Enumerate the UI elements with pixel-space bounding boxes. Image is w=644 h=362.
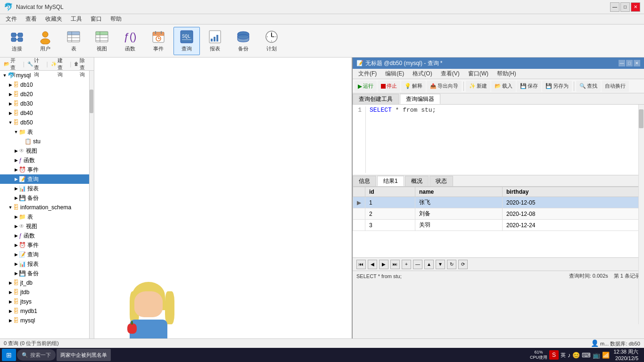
cpu-indicator[interactable]: 61% CPU使用 [530, 350, 547, 361]
toolbar-function[interactable]: ƒ() 函数 [117, 27, 143, 55]
nav-add[interactable]: + [402, 260, 411, 269]
menu-file[interactable]: 文件 [2, 14, 21, 24]
tab-query-editor[interactable]: 查询编辑器 [400, 94, 440, 104]
toolbar-user[interactable]: 用户 [32, 27, 58, 55]
qw-close[interactable]: ✕ [634, 60, 640, 66]
sql-editor[interactable]: 1 SELECT * from stu; [353, 105, 644, 175]
tree-item-db30[interactable]: ▶ 🗄 db30 [0, 99, 94, 108]
close-button[interactable]: ✕ [631, 2, 640, 12]
tree-item-is-events[interactable]: ▶ ⏰ 事件 [0, 240, 94, 250]
toolbar-connect[interactable]: 连接 [4, 27, 30, 55]
save-as-button[interactable]: 💾 另存为 [542, 81, 572, 92]
tree-item-is-views[interactable]: ▶ 👁 视图 [0, 222, 94, 231]
menu-tools[interactable]: 工具 [67, 14, 86, 24]
start-button[interactable]: ⊞ [2, 349, 16, 361]
tree-item-reports[interactable]: ▶ 📊 报表 [0, 184, 94, 193]
tree-item-is-backups[interactable]: ▶ 💾 备份 [0, 269, 94, 278]
qw-maximize[interactable]: □ [626, 60, 633, 66]
qw-scrollbar[interactable] [638, 105, 644, 324]
save-button[interactable]: 💾 保存 [517, 81, 541, 92]
tree-item-db50[interactable]: ▼ 🗄 db50 [0, 118, 94, 127]
system-clock[interactable]: 12:38 周六 2020/12/5 [611, 348, 640, 362]
sql-code[interactable]: SELECT * from stu; [370, 107, 436, 173]
tree-item-mydb1[interactable]: ▶ 🗄 mydb1 [0, 306, 94, 316]
maximize-button[interactable]: □ [620, 2, 630, 12]
menu-window[interactable]: 窗口 [87, 14, 106, 24]
nav-up[interactable]: ▲ [424, 260, 434, 269]
tree-item-jtsys[interactable]: ▶ 🗄 jtsys [0, 297, 94, 306]
toolbar-backup[interactable]: 备份 [230, 27, 256, 55]
nav-prev[interactable]: ◀ [368, 260, 377, 269]
qw-menu-window[interactable]: 窗口(W) [464, 69, 492, 79]
nav-delete[interactable]: — [413, 260, 422, 269]
export-button[interactable]: 📤 导出向导 [427, 81, 462, 92]
keyboard-icon[interactable]: ⌨ [582, 352, 591, 359]
taskbar-search[interactable]: 🔍 搜索一下 [17, 349, 56, 361]
tree-item-info-schema[interactable]: ▼ 🗄 information_schema [0, 203, 94, 212]
tree-item-mysql[interactable]: ▼ 🐬 mysql [0, 71, 94, 80]
auto-wrap-button[interactable]: 自动换行 [602, 81, 629, 92]
qw-menu-help[interactable]: 帮助(H) [493, 69, 520, 79]
tree-item-tables[interactable]: ▼ 📁 表 [0, 127, 94, 137]
table-row[interactable]: 3 关羽 2020-12-24 [353, 220, 644, 231]
col-name[interactable]: name [415, 187, 502, 197]
result-tab-info[interactable]: 信息 [353, 176, 376, 186]
nav-refresh[interactable]: ↻ [447, 260, 456, 269]
toolbar-query[interactable]: SQL 查询 [173, 27, 200, 55]
nav-down[interactable]: ▼ [436, 260, 445, 269]
nav-first[interactable]: ⏮ [356, 260, 366, 269]
qw-menu-view[interactable]: 查看(V) [437, 69, 463, 79]
tree-item-is-reports[interactable]: ▶ 📊 报表 [0, 259, 94, 269]
toolbar-table[interactable]: 表 [60, 27, 87, 55]
network-icon[interactable]: 📶 [602, 352, 610, 359]
result-tab-status[interactable]: 状态 [429, 176, 453, 186]
ime-indicator[interactable]: S [549, 350, 559, 360]
tree-item-queries[interactable]: ▶ 📝 查询 [0, 174, 94, 184]
qw-menu-file[interactable]: 文件(F) [355, 69, 380, 79]
new-query-btn[interactable]: ✨ 新建 [466, 81, 490, 92]
tree-item-jt-db[interactable]: ▶ 🗄 jt_db [0, 278, 94, 288]
menu-help[interactable]: 帮助 [107, 14, 125, 24]
tree-item-views[interactable]: ▶ 👁 视图 [0, 146, 94, 156]
tree-item-db40[interactable]: ▶ 🗄 db40 [0, 108, 94, 118]
run-button[interactable]: ▶ 运行 [355, 81, 377, 92]
tree-item-events[interactable]: ▶ ⏰ 事件 [0, 165, 94, 174]
result-tab-overview[interactable]: 概况 [405, 176, 429, 186]
stop-button[interactable]: 停止 [378, 81, 400, 92]
tree-item-db20[interactable]: ▶ 🗄 db20 [0, 90, 94, 99]
tree-item-backups[interactable]: ▶ 💾 备份 [0, 193, 94, 203]
tree-item-stu[interactable]: ▶ 📋 stu [0, 137, 94, 146]
emoji-icon[interactable]: 😊 [572, 352, 580, 359]
col-id[interactable]: id [365, 187, 415, 197]
table-row[interactable]: ▶ 1 张飞 2020-12-05 [353, 197, 644, 208]
explain-button[interactable]: 💡 解释 [401, 81, 426, 92]
tree-item-functions[interactable]: ▶ ƒ 函数 [0, 156, 94, 165]
menu-view[interactable]: 查看 [22, 14, 41, 24]
menu-favorites[interactable]: 收藏夹 [41, 14, 66, 24]
qw-minimize[interactable]: — [619, 60, 625, 66]
qw-menu-format[interactable]: 格式(O) [409, 69, 436, 79]
col-birthday[interactable]: birthday [502, 187, 644, 197]
nav-reset[interactable]: ⟳ [458, 260, 468, 269]
toolbar-schedule[interactable]: 计划 [258, 27, 285, 55]
load-button[interactable]: 📂 载入 [491, 81, 516, 92]
tab-query-builder[interactable]: 查询创建工具 [353, 94, 399, 104]
minimize-button[interactable]: — [610, 2, 619, 12]
tree-item-is-tables[interactable]: ▶ 📁 表 [0, 212, 94, 222]
find-button[interactable]: 🔍 查找 [576, 81, 601, 92]
tree-item-is-queries[interactable]: ▶ 📝 查询 [0, 250, 94, 259]
volume-icon[interactable]: ♪ [568, 352, 571, 359]
result-tab-result1[interactable]: 结果1 [377, 176, 404, 186]
qw-menu-edit[interactable]: 编辑(E) [381, 69, 408, 79]
table-row[interactable]: 2 刘备 2020-12-08 [353, 208, 644, 220]
tree-item-jtdb[interactable]: ▶ 🗄 jtdb [0, 288, 94, 297]
nav-last[interactable]: ⏭ [390, 260, 400, 269]
toolbar-event[interactable]: 事件 [145, 27, 172, 55]
nav-next[interactable]: ▶ [379, 260, 388, 269]
tree-item-db10[interactable]: ▶ 🗄 db10 [0, 80, 94, 90]
toolbar-report[interactable]: 报表 [202, 27, 228, 55]
tree-item-mysql2[interactable]: ▶ 🗄 mysql [0, 316, 94, 325]
active-window-button[interactable]: 两家中企被列黑名单 [57, 349, 111, 361]
language-indicator[interactable]: 英 [561, 352, 566, 359]
display-icon[interactable]: 📺 [593, 352, 600, 359]
